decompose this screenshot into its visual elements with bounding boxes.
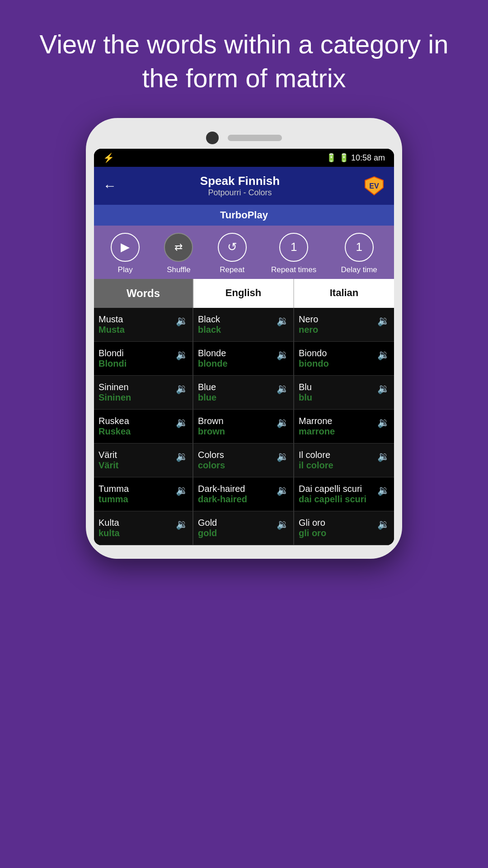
italian-native-1: Biondo <box>299 348 375 359</box>
speaker-icon-it-6[interactable]: 🔉 <box>377 519 389 530</box>
shuffle-icon: ⇄ <box>174 241 183 253</box>
speaker-icon-it-1[interactable]: 🔉 <box>377 349 389 361</box>
speaker-icon-it-2[interactable]: 🔉 <box>377 383 389 395</box>
cell-english-0: Black black 🔉 <box>193 308 294 341</box>
italian-lower-6: gli oro <box>299 528 375 538</box>
shuffle-label: Shuffle <box>167 265 191 274</box>
speaker-icon-it-5[interactable]: 🔉 <box>377 485 389 496</box>
shuffle-control[interactable]: ⇄ Shuffle <box>164 233 193 274</box>
word-native-2: Sininen <box>99 382 172 392</box>
repeat-times-button[interactable]: 1 <box>279 233 308 262</box>
english-lower-5: dark-haired <box>198 494 274 505</box>
english-native-3: Brown <box>198 416 274 426</box>
speaker-icon-5[interactable]: 🔉 <box>176 485 188 496</box>
italian-native-5: Dai capelli scuri <box>299 484 375 494</box>
play-control[interactable]: ▶ Play <box>111 233 140 274</box>
word-native-6: Kulta <box>99 518 172 528</box>
english-native-6: Gold <box>198 518 274 528</box>
word-translation-2: Sininen <box>99 392 172 403</box>
camera <box>206 132 219 144</box>
app-subtitle: Potpourri - Colors <box>117 188 363 198</box>
english-native-0: Black <box>198 314 274 325</box>
play-button[interactable]: ▶ <box>111 233 140 262</box>
phone-screen: ⚡ 🔋 🔋 10:58 am ← Speak Finnish Potpourri… <box>94 149 394 545</box>
table-row: Sininen Sininen 🔉 Blue blue 🔉 Blu <box>94 376 394 410</box>
repeat-label: Repeat <box>220 265 244 274</box>
turboplay-bar: TurboPlay <box>94 205 394 226</box>
word-native-4: Värit <box>99 450 172 460</box>
repeat-control[interactable]: ↺ Repeat <box>218 233 247 274</box>
phone-frame: ⚡ 🔋 🔋 10:58 am ← Speak Finnish Potpourri… <box>86 118 402 559</box>
cell-italian-2: Blu blu 🔉 <box>294 376 394 409</box>
header-english: English <box>193 279 294 308</box>
speaker-icon-en-0[interactable]: 🔉 <box>277 315 289 327</box>
cell-italian-1: Biondo biondo 🔉 <box>294 342 394 375</box>
speaker-icon-it-4[interactable]: 🔉 <box>377 451 389 462</box>
speaker-icon-en-4[interactable]: 🔉 <box>277 451 289 462</box>
header-italian: Italian <box>294 279 394 308</box>
table-row: Kulta kulta 🔉 Gold gold 🔉 Gli oro <box>94 511 394 545</box>
speaker-icon-it-3[interactable]: 🔉 <box>377 417 389 429</box>
cell-english-3: Brown brown 🔉 <box>193 410 294 443</box>
delay-time-control[interactable]: 1 Delay time <box>341 233 377 274</box>
english-lower-6: gold <box>198 528 274 538</box>
table-row: Ruskea Ruskea 🔉 Brown brown 🔉 Mar <box>94 410 394 443</box>
speaker-icon-0[interactable]: 🔉 <box>176 315 188 327</box>
delay-time-button[interactable]: 1 <box>345 233 374 262</box>
italian-lower-4: il colore <box>299 460 375 471</box>
english-native-4: Colors <box>198 450 274 460</box>
cell-words-6: Kulta kulta 🔉 <box>94 511 193 545</box>
word-translation-5: tumma <box>99 494 172 505</box>
word-translation-3: Ruskea <box>99 426 172 437</box>
word-table: Words English Italian Musta Musta 🔉 <box>94 279 394 545</box>
speaker-icon-en-6[interactable]: 🔉 <box>277 519 289 530</box>
word-native-3: Ruskea <box>99 416 172 426</box>
time-label: 🔋 10:58 am <box>339 153 385 163</box>
speaker-icon-en-5[interactable]: 🔉 <box>277 485 289 496</box>
speaker-icon-en-2[interactable]: 🔉 <box>277 383 289 395</box>
speaker-icon-4[interactable]: 🔉 <box>176 451 188 462</box>
svg-text:EV: EV <box>369 182 379 190</box>
speaker-icon-2[interactable]: 🔉 <box>176 383 188 395</box>
hero-text: View the words within a category in the … <box>0 0 488 118</box>
speaker-icon-1[interactable]: 🔉 <box>176 349 188 361</box>
header-right: English Italian <box>193 279 394 308</box>
speaker-icon-6[interactable]: 🔉 <box>176 519 188 530</box>
english-native-5: Dark-haired <box>198 484 274 494</box>
italian-native-3: Marrone <box>299 416 375 426</box>
cell-words-0: Musta Musta 🔉 <box>94 308 193 341</box>
italian-native-2: Blu <box>299 382 375 392</box>
speaker <box>228 135 282 141</box>
repeat-button[interactable]: ↺ <box>218 233 247 262</box>
app-title: Speak Finnish <box>117 174 363 188</box>
speaker-icon-en-1[interactable]: 🔉 <box>277 349 289 361</box>
repeat-times-value: 1 <box>291 240 297 254</box>
cell-words-5: Tumma tumma 🔉 <box>94 477 193 511</box>
word-translation-6: kulta <box>99 528 172 538</box>
speaker-icon-en-3[interactable]: 🔉 <box>277 417 289 429</box>
status-bar-right: 🔋 🔋 10:58 am <box>326 153 385 163</box>
header-words: Words <box>94 279 193 308</box>
english-lower-2: blue <box>198 392 274 403</box>
cell-words-3: Ruskea Ruskea 🔉 <box>94 410 193 443</box>
shuffle-button[interactable]: ⇄ <box>164 233 193 262</box>
controls-bar: ▶ Play ⇄ Shuffle ↺ Repeat 1 Re <box>94 226 394 279</box>
app-logo: EV <box>363 175 385 197</box>
repeat-times-control[interactable]: 1 Repeat times <box>271 233 316 274</box>
app-header: ← Speak Finnish Potpourri - Colors EV <box>94 167 394 205</box>
english-lower-0: black <box>198 325 274 335</box>
italian-lower-1: biondo <box>299 359 375 369</box>
italian-native-4: Il colore <box>299 450 375 460</box>
english-lower-1: blonde <box>198 359 274 369</box>
speaker-icon-it-0[interactable]: 🔉 <box>377 315 389 327</box>
repeat-times-label: Repeat times <box>271 265 316 274</box>
cell-english-5: Dark-haired dark-haired 🔉 <box>193 477 294 511</box>
cell-italian-3: Marrone marrone 🔉 <box>294 410 394 443</box>
english-native-1: Blonde <box>198 348 274 359</box>
back-button[interactable]: ← <box>103 178 117 193</box>
word-translation-1: Blondi <box>99 359 172 369</box>
cell-english-2: Blue blue 🔉 <box>193 376 294 409</box>
cell-words-2: Sininen Sininen 🔉 <box>94 376 193 409</box>
table-row: Musta Musta 🔉 Black black 🔉 Nero <box>94 308 394 342</box>
speaker-icon-3[interactable]: 🔉 <box>176 417 188 429</box>
